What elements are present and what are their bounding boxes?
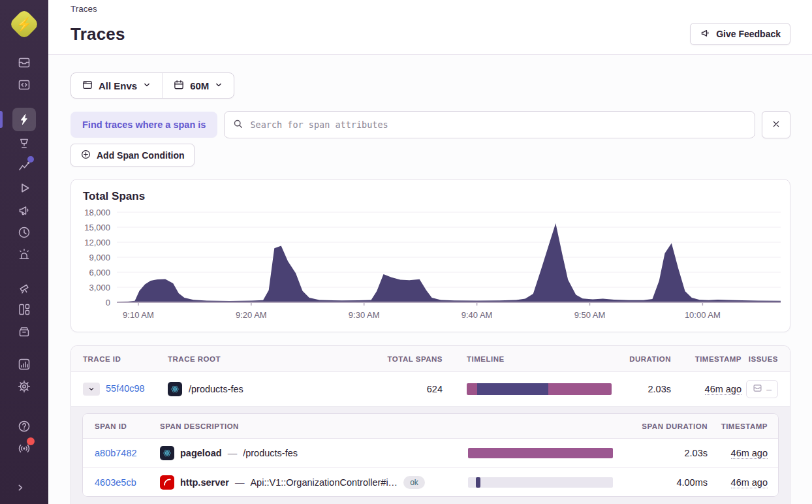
span-status-badge: ok bbox=[403, 476, 425, 489]
col-span-duration: SPAN DURATION bbox=[642, 422, 708, 430]
span-table: SPAN ID SPAN DESCRIPTION SPAN DURATION T… bbox=[82, 413, 779, 497]
sidebar-item-stats[interactable] bbox=[0, 353, 48, 375]
trace-issues-cell[interactable]: – bbox=[746, 380, 778, 398]
give-feedback-button[interactable]: Give Feedback bbox=[690, 23, 790, 45]
span-op: http.server bbox=[180, 477, 229, 488]
chevron-down-icon bbox=[142, 80, 151, 91]
svg-text:10:00 AM: 10:00 AM bbox=[685, 310, 721, 320]
svg-text:9:20 AM: 9:20 AM bbox=[236, 310, 267, 320]
traces-table-header: TRACE ID TRACE ROOT TOTAL SPANS TIMELINE… bbox=[71, 346, 790, 372]
sidebar-item-releases[interactable] bbox=[0, 321, 48, 343]
archive-box-icon bbox=[13, 321, 35, 343]
span-id-link[interactable]: a80b7482 bbox=[95, 448, 137, 458]
page-header: Traces Traces Give Feedback bbox=[48, 0, 812, 55]
span-duration-cell: 2.03s bbox=[685, 448, 708, 458]
total-spans-chart-panel: Total Spans 03,0006,0009,00012,00015,000… bbox=[70, 179, 790, 332]
sidebar-item-whats-new[interactable] bbox=[0, 276, 48, 298]
clock-icon bbox=[13, 221, 35, 244]
sidebar-item-insights[interactable] bbox=[0, 155, 48, 177]
svg-text:9:40 AM: 9:40 AM bbox=[461, 310, 493, 320]
svg-text:18,000: 18,000 bbox=[84, 208, 110, 217]
span-row: a80b7482 pageload — /products-fes 2.03s … bbox=[83, 439, 778, 467]
dash-separator: — bbox=[235, 477, 245, 488]
svg-text:12,000: 12,000 bbox=[84, 238, 110, 247]
issues-count: – bbox=[766, 384, 772, 394]
span-op: pageload bbox=[180, 448, 222, 458]
main-area: Traces Traces Give Feedback All Envs bbox=[48, 0, 812, 504]
react-icon bbox=[160, 446, 174, 460]
react-icon bbox=[168, 382, 182, 396]
sidebar-item-broadcast[interactable] bbox=[0, 437, 48, 460]
lightning-icon bbox=[12, 108, 36, 131]
col-timestamp: TIMESTAMP bbox=[695, 355, 742, 363]
span-timestamp-cell[interactable]: 46m ago bbox=[731, 448, 768, 458]
megaphone-icon bbox=[13, 199, 35, 221]
span-description-cell: http.server — Api::V1::OrganizationContr… bbox=[160, 475, 468, 490]
col-issues: ISSUES bbox=[749, 355, 778, 363]
trace-root-cell[interactable]: /products-fes bbox=[168, 382, 364, 396]
plus-circle-icon bbox=[80, 149, 91, 162]
chart-title: Total Spans bbox=[71, 180, 790, 203]
breadcrumb[interactable]: Traces bbox=[70, 2, 790, 14]
issues-icon bbox=[13, 52, 35, 74]
trace-id-cell: 55f40c98 bbox=[83, 383, 168, 396]
span-description: /products-fes bbox=[243, 448, 298, 458]
bar-chart-icon bbox=[13, 353, 35, 375]
svg-text:6,000: 6,000 bbox=[89, 268, 110, 277]
sidebar-item-settings[interactable] bbox=[0, 375, 48, 398]
insights-notification-dot bbox=[27, 156, 34, 163]
total-spans-cell: 624 bbox=[427, 384, 443, 394]
span-search-input[interactable] bbox=[249, 119, 747, 131]
sidebar-item-alerts[interactable] bbox=[0, 244, 48, 266]
org-logo[interactable]: ⚡ bbox=[11, 11, 37, 37]
rails-icon bbox=[160, 475, 174, 490]
collapse-trace-button[interactable] bbox=[83, 383, 100, 396]
svg-text:9:10 AM: 9:10 AM bbox=[123, 310, 154, 320]
time-range-filter-label: 60M bbox=[190, 80, 209, 91]
telescope-icon bbox=[13, 276, 35, 298]
sidebar-item-explore[interactable] bbox=[0, 74, 48, 96]
siren-icon bbox=[13, 244, 35, 266]
sidebar: ⚡ bbox=[0, 0, 48, 504]
megaphone-icon bbox=[700, 27, 711, 40]
span-id-link[interactable]: 4603e5cb bbox=[95, 477, 136, 488]
sidebar-item-history[interactable] bbox=[0, 221, 48, 244]
clear-search-button[interactable] bbox=[762, 111, 790, 138]
sidebar-item-replays[interactable] bbox=[0, 177, 48, 199]
trace-id-link[interactable]: 55f40c98 bbox=[106, 383, 145, 394]
content-area: All Envs 60M Find traces where a span is bbox=[48, 55, 812, 504]
chevron-right-icon bbox=[14, 482, 26, 494]
give-feedback-label: Give Feedback bbox=[716, 29, 781, 39]
time-range-filter[interactable]: 60M bbox=[162, 73, 234, 98]
sidebar-item-traces[interactable] bbox=[0, 106, 48, 133]
col-trace-root: TRACE ROOT bbox=[168, 355, 364, 363]
span-attributes-searchbox[interactable] bbox=[224, 111, 755, 138]
span-timestamp-cell[interactable]: 46m ago bbox=[731, 477, 768, 488]
help-icon bbox=[13, 415, 35, 437]
sidebar-item-issues[interactable] bbox=[0, 52, 48, 74]
issues-pill[interactable]: – bbox=[746, 380, 778, 398]
trace-row: 55f40c98 /products-fes 624 2.03s 46m ago bbox=[71, 372, 790, 406]
span-description-cell: pageload — /products-fes bbox=[160, 446, 468, 460]
chevron-down-icon bbox=[214, 80, 223, 91]
environment-filter[interactable]: All Envs bbox=[71, 73, 162, 98]
find-traces-pill: Find traces where a span is bbox=[70, 112, 217, 138]
sidebar-bottom-group bbox=[0, 415, 48, 504]
dash-separator: — bbox=[228, 448, 238, 458]
sidebar-item-dashboards[interactable] bbox=[0, 298, 48, 321]
sidebar-item-feedback[interactable] bbox=[0, 199, 48, 221]
broadcast-icon bbox=[13, 437, 35, 460]
trace-timestamp-cell[interactable]: 46m ago bbox=[705, 384, 742, 394]
line-chart-icon bbox=[13, 155, 35, 177]
add-span-condition-button[interactable]: Add Span Condition bbox=[70, 144, 195, 166]
col-span-id: SPAN ID bbox=[95, 422, 160, 430]
issue-box-icon bbox=[753, 383, 762, 395]
add-span-condition-label: Add Span Condition bbox=[97, 150, 185, 161]
sidebar-item-help[interactable] bbox=[0, 415, 48, 437]
play-icon bbox=[13, 177, 35, 199]
dashboard-icon bbox=[13, 298, 35, 321]
sidebar-collapse-button[interactable] bbox=[0, 477, 48, 499]
sidebar-item-profiling[interactable] bbox=[0, 133, 48, 155]
environment-filter-label: All Envs bbox=[99, 80, 137, 91]
expanded-trace-section: SPAN ID SPAN DESCRIPTION SPAN DURATION T… bbox=[71, 406, 790, 504]
